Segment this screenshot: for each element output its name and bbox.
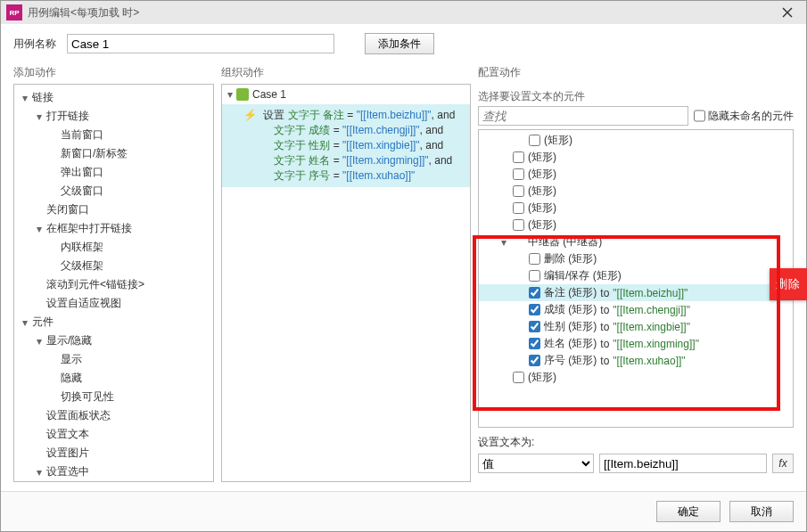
widget-tree-item[interactable]: (矩形)	[479, 200, 793, 217]
hide-unnamed-label: 隐藏未命名的元件	[708, 109, 794, 124]
organize-panel[interactable]: ▾ Case 1 ⚡ 设置 文字于 备注 = "[[Item.beizhu]]"…	[221, 84, 471, 482]
fx-button[interactable]: fx	[772, 454, 794, 473]
widget-checkbox[interactable]	[529, 287, 540, 299]
widget-tree-item[interactable]: (矩形)	[479, 132, 793, 149]
organize-action[interactable]: ⚡ 设置 文字于 备注 = "[[Item.beizhu]]", and 文字于…	[222, 104, 470, 187]
widget-tree-item[interactable]: (矩形)	[479, 166, 793, 183]
tree-twisty-icon[interactable]: ▾	[34, 335, 45, 348]
action-tree-item[interactable]: 设置自适应视图	[14, 294, 213, 313]
widget-tree-item[interactable]: (矩形)	[479, 217, 793, 233]
widget-tree-item[interactable]: 性别 (矩形) to "[[Item.xingbie]]"	[479, 318, 793, 335]
widget-tree-item[interactable]: 删除 (矩形)	[479, 250, 793, 267]
widget-checkbox[interactable]	[529, 355, 540, 366]
tree-twisty-icon[interactable]: ▾	[498, 236, 509, 249]
widget-tree-container[interactable]: ▾中继器 (中继器)	[479, 233, 793, 250]
widget-checkbox[interactable]	[513, 372, 524, 383]
tree-twisty-icon[interactable]: ▾	[20, 316, 30, 329]
set-expr: "[[Item.xingming]]"	[342, 154, 429, 167]
close-icon	[782, 7, 793, 18]
widget-name: 删除 (矩形)	[544, 251, 597, 266]
set-value-input[interactable]	[599, 454, 767, 473]
action-tree-item[interactable]: 设置图片	[14, 444, 213, 462]
hide-unnamed-option[interactable]: 隐藏未命名的元件	[694, 106, 794, 126]
widget-tree-item[interactable]: 备注 (矩形) to "[[Item.beizhu]]"	[479, 284, 793, 301]
search-input[interactable]	[478, 106, 688, 126]
actions-panel[interactable]: ▾链接▾打开链接当前窗口新窗口/新标签弹出窗口父级窗口关闭窗口▾在框架中打开链接…	[13, 84, 214, 482]
widget-value: "[[Item.xuhao]]"	[613, 355, 685, 367]
case-name-label: 用例名称	[13, 37, 56, 52]
widget-checkbox[interactable]	[529, 135, 540, 146]
search-row: 隐藏未命名的元件	[478, 106, 794, 129]
widget-tree-item[interactable]: 序号 (矩形) to "[[Item.xuhao]]"	[479, 352, 793, 369]
action-tree-item[interactable]: ▾在框架中打开链接	[14, 219, 213, 238]
case-name-input[interactable]	[67, 34, 334, 53]
action-tree-item[interactable]: 切换可见性	[14, 388, 213, 406]
action-tree-item[interactable]: ▾链接	[14, 88, 213, 107]
cancel-button[interactable]: 取消	[729, 501, 794, 522]
tree-item-label: 新窗口/新标签	[59, 146, 128, 161]
chevron-down-icon[interactable]: ▾	[227, 88, 233, 101]
action-tree-item[interactable]: 隐藏	[14, 369, 213, 388]
widget-checkbox[interactable]	[529, 253, 540, 265]
widget-checkbox[interactable]	[513, 219, 524, 231]
organize-set-line: 文字于 姓名 = "[[Item.xingming]]", and	[243, 153, 465, 168]
widget-checkbox[interactable]	[529, 304, 540, 315]
action-tree-item[interactable]: 弹出窗口	[14, 163, 213, 182]
tree-twisty-icon[interactable]: ▾	[34, 466, 45, 479]
widget-checkbox[interactable]	[513, 185, 524, 197]
set-field: 文字于 序号	[274, 169, 330, 182]
tree-twisty-icon[interactable]: ▾	[34, 110, 45, 123]
action-tree-item[interactable]: ▾显示/隐藏	[14, 331, 213, 350]
widget-checkbox[interactable]	[529, 270, 540, 282]
action-tree-item[interactable]: 滚动到元件<锚链接>	[14, 275, 213, 294]
action-tree-item[interactable]: 设置文本	[14, 425, 213, 444]
widget-to: to	[600, 287, 609, 299]
tree-twisty-icon[interactable]: ▾	[34, 223, 45, 235]
mid-column: 组织动作 ▾ Case 1 ⚡ 设置 文字于 备注 = "[[Item.beiz…	[221, 63, 471, 482]
widget-checkbox[interactable]	[513, 168, 524, 180]
widget-checkbox[interactable]	[529, 338, 540, 349]
widget-name: 成绩 (矩形)	[544, 302, 597, 317]
add-condition-button[interactable]: 添加条件	[365, 33, 434, 54]
set-value-label: 设置文本为:	[478, 435, 794, 450]
widget-checkbox[interactable]	[513, 151, 524, 163]
widget-checkbox[interactable]	[529, 321, 540, 332]
set-tail: , and	[429, 154, 453, 167]
set-tail: , and	[420, 139, 444, 151]
action-tree-item[interactable]: 父级框架	[14, 257, 213, 275]
action-tree-item[interactable]: 设置面板状态	[14, 406, 213, 425]
widget-tree-item[interactable]: 编辑/保存 (矩形)	[479, 267, 793, 284]
widget-checkbox[interactable]	[513, 202, 524, 214]
set-expr-0: "[[Item.beizhu]]"	[357, 109, 432, 121]
widget-tree-item[interactable]: (矩形)	[479, 369, 793, 386]
tree-twisty-icon[interactable]: ▾	[20, 92, 30, 104]
hide-unnamed-checkbox[interactable]	[694, 106, 705, 126]
bolt-icon: ⚡	[243, 109, 257, 121]
widget-name: (矩形)	[528, 167, 556, 182]
action-tree-item[interactable]: ▾元件	[14, 313, 213, 331]
action-tree-item[interactable]: ▾设置选中	[14, 462, 213, 481]
action-tree-item[interactable]: 关闭窗口	[14, 201, 213, 219]
widget-tree-item[interactable]: (矩形)	[479, 183, 793, 200]
action-tree-item[interactable]: 父级窗口	[14, 182, 213, 201]
side-delete-tag[interactable]: 删除	[770, 268, 807, 300]
action-tree-item[interactable]: 内联框架	[14, 238, 213, 257]
widget-tree-item[interactable]: 成绩 (矩形) to "[[Item.chengji]]"	[479, 301, 793, 318]
widget-tree-item[interactable]: 姓名 (矩形) to "[[Item.xingming]]"	[479, 335, 793, 352]
set-expr: "[[Item.xingbie]]"	[342, 139, 420, 151]
action-tree-item[interactable]: 新窗口/新标签	[14, 144, 213, 163]
widget-panel[interactable]: (矩形)(矩形)(矩形)(矩形)(矩形)(矩形)▾中继器 (中继器)删除 (矩形…	[478, 129, 794, 428]
set-value-type-select[interactable]: 值	[478, 454, 594, 473]
action-tree-item[interactable]: 当前窗口	[14, 126, 213, 144]
organize-case-row[interactable]: ▾ Case 1	[222, 85, 470, 104]
tree-item-label: 设置面板状态	[45, 408, 111, 423]
widget-tree-item[interactable]: (矩形)	[479, 149, 793, 166]
set-field: 文字于 成绩	[274, 124, 330, 136]
case-icon	[236, 88, 249, 101]
action-tree-item[interactable]: ▾打开链接	[14, 107, 213, 126]
right-subpanel: 选择要设置文本的元件 隐藏未命名的元件 (矩形)(矩形)(矩形)(矩形)(矩形)…	[478, 84, 794, 477]
close-button[interactable]	[774, 4, 801, 21]
ok-button[interactable]: 确定	[656, 501, 721, 522]
widget-value: "[[Item.xingming]]"	[613, 338, 699, 350]
action-tree-item[interactable]: 显示	[14, 350, 213, 369]
